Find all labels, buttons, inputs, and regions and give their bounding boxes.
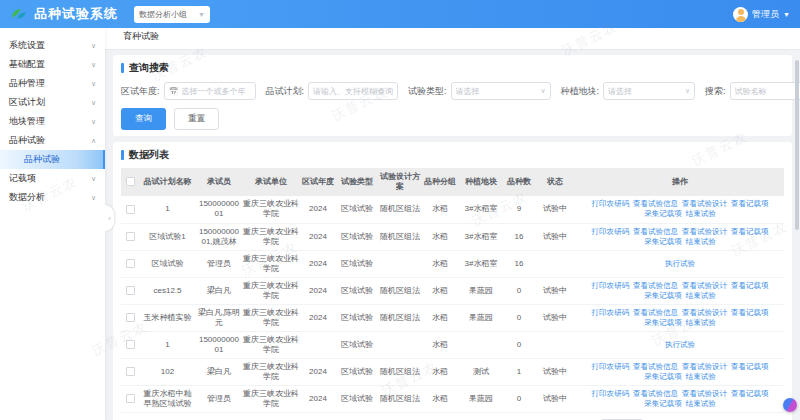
trial-plan-input-box[interactable] [308,82,398,100]
execute-trial-link[interactable]: 执行试验 [665,340,695,349]
trial-plan-input[interactable] [313,87,393,96]
action-link[interactable]: 打印农研码 [592,308,630,317]
plan-name-cell: 102 [139,358,196,385]
user-menu[interactable]: 管理员 ▼ [733,7,790,22]
count-cell: 16 [504,223,534,250]
sidebar-item[interactable]: 系统设置∨ [0,36,105,55]
action-link[interactable]: 打印农研码 [592,362,630,371]
sidebar-subitem[interactable]: 品种试验 [0,150,105,169]
reset-button[interactable]: 重置 [174,108,219,130]
status-cell: 试验中 [534,385,576,412]
sidebar-item[interactable]: 基础配置∨ [0,55,105,74]
action-link[interactable]: 查看记载项 [731,308,769,317]
action-link[interactable]: 查看试验信息 [633,389,678,398]
team-selector-dropdown[interactable]: 数据分析小组 ▼ [134,6,210,23]
design-cell: 随机区组法 [378,304,422,331]
action-link[interactable]: 采集记载项 [644,372,682,381]
action-link[interactable]: 查看试验信息 [633,362,678,371]
action-link[interactable]: 查看记载项 [731,389,769,398]
action-link[interactable]: 结束试验 [686,291,716,300]
chevron-down-icon: ∨ [91,42,96,50]
keyword-input-box[interactable] [730,82,800,100]
action-link[interactable]: 查看记载项 [731,281,769,290]
row-checkbox-cell [121,196,139,223]
row-checkbox[interactable] [126,367,135,376]
status-cell [534,250,576,277]
sidebar-item-label: 系统设置 [9,39,45,52]
action-link[interactable]: 打印农研码 [592,281,630,290]
status-cell: 试验中 [534,358,576,385]
trial-year-input-box[interactable]: 📅 [164,82,256,100]
design-cell: 随机区组法 [378,385,422,412]
action-link[interactable]: 查看试验设计 [682,389,727,398]
sidebar-item[interactable]: 区试计划∨ [0,93,105,112]
tab-breeding-trial[interactable]: 育种试验 [121,26,161,49]
action-link[interactable]: 采集记载项 [644,291,682,300]
vertical-scrollbar[interactable] [795,60,799,230]
query-button[interactable]: 查询 [121,108,166,130]
action-link[interactable]: 打印农研码 [592,199,630,208]
action-link[interactable]: 查看试验信息 [633,227,678,236]
planting-plot-select-input[interactable] [608,87,683,96]
action-link[interactable]: 查看试验设计 [682,199,727,208]
trial-table: 品试计划名称承试员承试单位区试年度试验类型试验设计方案品种分组种植地块品种数状态… [121,168,784,413]
trial-type-select-input[interactable] [456,87,539,96]
table-row: 玉米种植实验梁白凡,陈明元重庆三峡农业科学院2024区域试验随机区组法水稻果蔬园… [121,304,784,331]
list-section-title: 数据列表 [121,148,784,162]
design-cell: 随机区组法 [378,223,422,250]
row-checkbox[interactable] [126,340,135,349]
keyword-input[interactable] [735,87,800,96]
execute-trial-link[interactable]: 执行试验 [665,259,695,268]
sidebar-item[interactable]: 记载项∨ [0,169,105,188]
sidebar-item[interactable]: 品种管理∨ [0,74,105,93]
action-link[interactable]: 结束试验 [686,318,716,327]
table-row: 115000000001重庆三峡农业科学院区域试验水稻0执行试验 [121,331,784,358]
table-row: 102梁白凡重庆三峡农业科学院2024区域试验随机区组法水稻测试1试验中打印农研… [121,358,784,385]
action-link[interactable]: 查看试验信息 [633,308,678,317]
action-link[interactable]: 查看记载项 [731,199,769,208]
action-link[interactable]: 查看试验信息 [633,281,678,290]
row-checkbox[interactable] [126,394,135,403]
action-link[interactable]: 打印农研码 [592,389,630,398]
plot-cell: 3#水稻室 [458,196,504,223]
action-link[interactable]: 查看记载项 [731,227,769,236]
trial-type-select[interactable]: ∨ [451,82,551,100]
action-link[interactable]: 查看试验设计 [682,281,727,290]
action-link[interactable]: 查看记载项 [731,362,769,371]
column-header: 种植地块 [458,168,504,196]
sidebar-item[interactable]: 地块管理∨ [0,112,105,131]
row-checkbox[interactable] [126,205,135,214]
chevron-down-icon: ∨ [91,80,96,88]
action-link[interactable]: 结束试验 [686,209,716,218]
action-link[interactable]: 打印农研码 [592,227,630,236]
action-link[interactable]: 采集记载项 [644,399,682,408]
action-link[interactable]: 查看试验设计 [682,362,727,371]
action-link[interactable]: 采集记载项 [644,209,682,218]
floating-widget-button[interactable] [783,398,797,412]
action-link[interactable]: 采集记载项 [644,318,682,327]
row-checkbox[interactable] [126,286,135,295]
row-checkbox[interactable] [126,313,135,322]
row-checkbox[interactable] [126,259,135,268]
field-trial-type: 试验类型: ∨ [408,82,551,100]
plan-name-cell: ces12.5 [139,277,196,304]
user-avatar [733,7,748,22]
action-link[interactable]: 结束试验 [686,399,716,408]
action-link[interactable]: 查看试验设计 [682,227,727,236]
sidebar-item[interactable]: 品种试验∧ [0,131,105,150]
row-checkbox[interactable] [126,232,135,241]
action-link[interactable]: 查看试验设计 [682,308,727,317]
select-all-checkbox[interactable] [126,177,135,186]
sidebar-item[interactable]: 数据分析∨ [0,188,105,207]
action-link[interactable]: 结束试验 [686,237,716,246]
trial-year-input[interactable] [182,87,251,96]
search-buttons: 查询 重置 [121,108,784,130]
sidebar-item-label: 品种试验 [9,134,45,147]
planting-plot-select[interactable]: ∨ [603,82,695,100]
plot-cell: 果蔬园 [458,277,504,304]
action-link[interactable]: 采集记载项 [644,237,682,246]
tester-cell: 管理员 [196,385,242,412]
table-header-row: 品试计划名称承试员承试单位区试年度试验类型试验设计方案品种分组种植地块品种数状态… [121,168,784,196]
action-link[interactable]: 查看试验信息 [633,199,678,208]
action-link[interactable]: 结束试验 [686,372,716,381]
